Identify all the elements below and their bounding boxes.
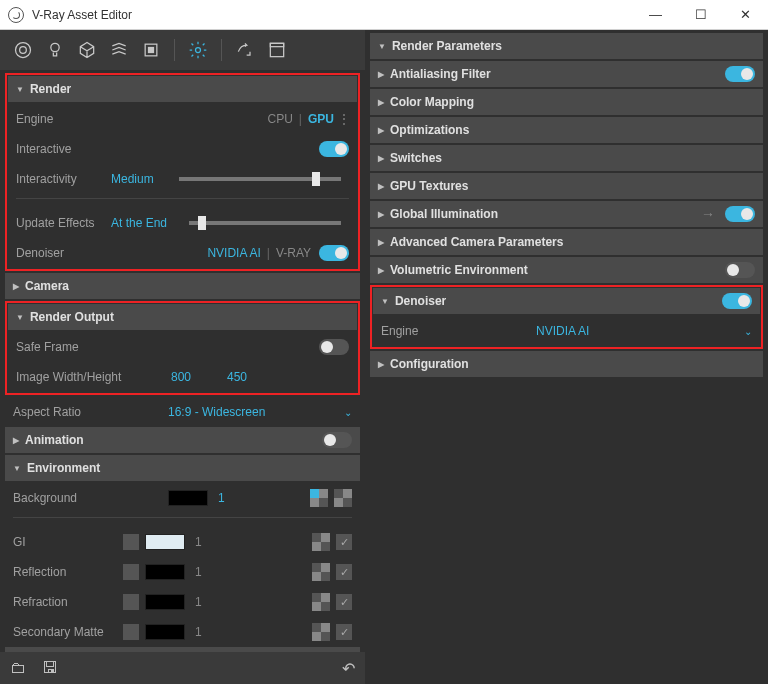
section-render[interactable]: Render	[8, 76, 357, 102]
section-configuration[interactable]: Configuration	[370, 351, 763, 377]
section-camera[interactable]: Camera	[5, 273, 360, 299]
gi-label: GI	[13, 535, 123, 549]
close-button[interactable]: ✕	[723, 0, 768, 30]
section-antialiasing[interactable]: Antialiasing Filter	[370, 61, 763, 87]
section-switches[interactable]: Switches	[370, 145, 763, 171]
volumetric-toggle[interactable]	[725, 262, 755, 278]
denoiser-nvidia[interactable]: NVIDIA AI	[207, 246, 260, 260]
gi-check[interactable]: ✓	[336, 534, 352, 550]
section-advanced-camera[interactable]: Advanced Camera Parameters	[370, 229, 763, 255]
refl-enable-check[interactable]	[123, 564, 139, 580]
section-color-mapping[interactable]: Color Mapping	[370, 89, 763, 115]
render-button-icon[interactable]	[262, 35, 292, 65]
interactivity-value[interactable]: Medium	[111, 172, 171, 186]
sec-texture-icon[interactable]	[312, 623, 330, 641]
section-render-output-label: Render Output	[30, 310, 114, 324]
update-effects-label: Update Effects	[16, 216, 111, 230]
engine-menu-icon[interactable]: ⋮	[338, 112, 349, 126]
vray-logo-icon	[8, 7, 24, 23]
textures-icon[interactable]	[136, 35, 166, 65]
denoiser-engine-value[interactable]: NVIDIA AI	[536, 324, 589, 338]
window-title: V-Ray Asset Editor	[32, 8, 633, 22]
refr-texture-icon[interactable]	[312, 593, 330, 611]
section-animation[interactable]: Animation	[5, 427, 360, 453]
section-environment-label: Environment	[27, 461, 100, 475]
section-camera-label: Camera	[25, 279, 69, 293]
section-optimizations[interactable]: Optimizations	[370, 117, 763, 143]
engine-cpu[interactable]: CPU	[268, 112, 293, 126]
gi-texture-icon[interactable]	[312, 533, 330, 551]
maximize-button[interactable]: ☐	[678, 0, 723, 30]
minimize-button[interactable]: —	[633, 0, 678, 30]
refr-enable-check[interactable]	[123, 594, 139, 610]
refr-swatch[interactable]	[145, 594, 185, 610]
refr-value[interactable]: 1	[195, 595, 225, 609]
section-render-parameters[interactable]: Render Parameters	[370, 33, 763, 59]
section-environment[interactable]: Environment	[5, 455, 360, 481]
interactive-toggle[interactable]	[319, 141, 349, 157]
section-denoiser[interactable]: Denoiser	[373, 288, 760, 314]
open-file-icon[interactable]: 🗀	[10, 659, 26, 677]
gi-swatch[interactable]	[145, 534, 185, 550]
denoiser-engine-dropdown-icon[interactable]: ⌄	[744, 326, 752, 337]
bg-label: Background	[13, 491, 168, 505]
right-denoiser-toggle[interactable]	[722, 293, 752, 309]
refl-check[interactable]: ✓	[336, 564, 352, 580]
aspect-dropdown-icon[interactable]: ⌄	[344, 407, 352, 418]
interactivity-slider[interactable]	[179, 177, 341, 181]
sec-swatch[interactable]	[145, 624, 185, 640]
bg-texture-icon[interactable]	[310, 489, 328, 507]
section-gpu-textures[interactable]: GPU Textures	[370, 173, 763, 199]
gi-value[interactable]: 1	[195, 535, 225, 549]
update-effects-value[interactable]: At the End	[111, 216, 181, 230]
refr-check[interactable]: ✓	[336, 594, 352, 610]
engine-gpu[interactable]: GPU	[308, 112, 334, 126]
refl-label: Reflection	[13, 565, 123, 579]
settings-icon[interactable]	[183, 35, 213, 65]
highlight-denoiser: Denoiser Engine NVIDIA AI ⌄	[370, 285, 763, 349]
aspect-ratio-value[interactable]: 16:9 - Widescreen	[168, 405, 265, 419]
animation-toggle[interactable]	[322, 432, 352, 448]
bg-map-icon[interactable]	[334, 489, 352, 507]
section-volumetric[interactable]: Volumetric Environment	[370, 257, 763, 283]
sec-value[interactable]: 1	[195, 625, 225, 639]
highlight-render: Render Engine CPU | GPU ⋮ Interactive In…	[5, 73, 360, 271]
lights-icon[interactable]	[40, 35, 70, 65]
revert-icon[interactable]: ↶	[342, 659, 355, 678]
refr-label: Refraction	[13, 595, 123, 609]
sec-enable-check[interactable]	[123, 624, 139, 640]
save-file-icon[interactable]: 🖫	[42, 659, 58, 677]
gi-enable-check[interactable]	[123, 534, 139, 550]
denoiser-label: Denoiser	[16, 246, 111, 260]
gi-arrow-icon: →	[701, 206, 715, 222]
antialiasing-toggle[interactable]	[725, 66, 755, 82]
denoiser-toggle[interactable]	[319, 245, 349, 261]
render-elements-icon[interactable]	[104, 35, 134, 65]
denoiser-vray[interactable]: V-RAY	[276, 246, 311, 260]
refl-texture-icon[interactable]	[312, 563, 330, 581]
refl-swatch[interactable]	[145, 564, 185, 580]
svg-point-2	[51, 43, 59, 51]
render-interactive-icon[interactable]	[230, 35, 260, 65]
image-width-input[interactable]: 800	[171, 370, 227, 384]
section-render-output[interactable]: Render Output	[8, 304, 357, 330]
geometry-icon[interactable]	[72, 35, 102, 65]
interactive-label: Interactive	[16, 142, 171, 156]
svg-rect-4	[149, 48, 154, 53]
image-wh-label: Image Width/Height	[16, 370, 171, 384]
titlebar: V-Ray Asset Editor — ☐ ✕	[0, 0, 768, 30]
safe-frame-toggle[interactable]	[319, 339, 349, 355]
sec-check[interactable]: ✓	[336, 624, 352, 640]
bg-value[interactable]: 1	[218, 491, 248, 505]
section-global-illumination[interactable]: Global Illumination→	[370, 201, 763, 227]
image-height-input[interactable]: 450	[227, 370, 283, 384]
materials-icon[interactable]	[8, 35, 38, 65]
bg-swatch[interactable]	[168, 490, 208, 506]
safe-frame-label: Safe Frame	[16, 340, 171, 354]
left-toolbar	[0, 30, 365, 70]
gi-toggle[interactable]	[725, 206, 755, 222]
refl-value[interactable]: 1	[195, 565, 225, 579]
svg-rect-7	[270, 43, 283, 46]
update-effects-slider[interactable]	[189, 221, 341, 225]
highlight-render-output: Render Output Safe Frame Image Width/Hei…	[5, 301, 360, 395]
